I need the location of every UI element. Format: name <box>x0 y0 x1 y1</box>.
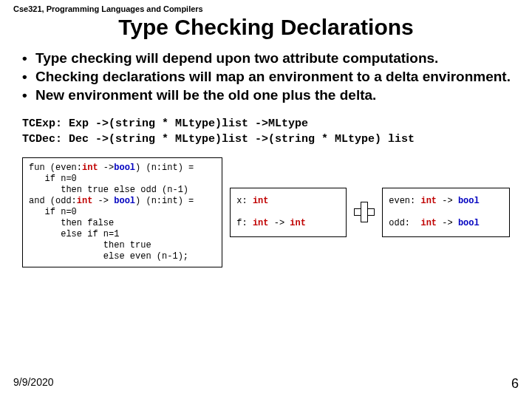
code-text: fun (even: <box>29 163 82 173</box>
sig-line: TCDec: Dec ->(string * MLtype)list ->(st… <box>22 133 415 146</box>
bullet-item: New environment will be the old one plus… <box>22 87 519 104</box>
code-box-delta: even: int -> bool odd: int -> bool <box>382 188 510 237</box>
code-text: ) (n:int) = <box>135 163 194 173</box>
code-text: -> <box>98 163 115 173</box>
code-text: -> <box>437 218 458 228</box>
code-box-env: x: int f: int -> int <box>230 188 347 237</box>
sig-line: TCExp: Exp ->(string * MLtype)list ->MLt… <box>22 117 308 130</box>
code-box-definition: fun (even:int ->bool) (n:int) = if n=0 t… <box>22 157 222 267</box>
example-row: fun (even:int ->bool) (n:int) = if n=0 t… <box>22 157 510 267</box>
code-text: -> <box>269 218 290 228</box>
type-keyword: bool <box>458 218 480 228</box>
code-text: then true <box>29 240 151 250</box>
code-text: even: <box>389 196 420 206</box>
slide-footer: 9/9/2020 6 <box>13 376 519 392</box>
code-text: if n=0 <box>29 174 77 184</box>
course-header: Cse321, Programming Languages and Compil… <box>13 4 519 13</box>
code-text: -> <box>92 196 114 206</box>
slide: Cse321, Programming Languages and Compil… <box>0 0 532 399</box>
type-keyword: bool <box>114 163 135 173</box>
code-text: else even (n-1); <box>29 251 188 262</box>
code-text: x: <box>236 196 253 206</box>
code-text: then false <box>29 218 114 228</box>
type-keyword: bool <box>458 196 480 206</box>
type-keyword: int <box>290 218 306 228</box>
code-text: and (odd: <box>29 196 77 206</box>
type-signatures: TCExp: Exp ->(string * MLtype)list ->MLt… <box>22 117 519 147</box>
code-text: f: <box>236 218 253 228</box>
type-keyword: int <box>420 218 437 228</box>
type-keyword: int <box>420 196 437 206</box>
slide-title: Type Checking Declarations <box>13 15 519 40</box>
code-text: then true else odd (n-1) <box>29 185 188 195</box>
code-text: ) (n:int) = <box>135 196 194 206</box>
bullet-list: Type checking will depend upon two attri… <box>22 50 519 103</box>
type-keyword: int <box>253 196 269 206</box>
code-text: else if n=1 <box>29 229 119 239</box>
type-keyword: bool <box>114 196 135 206</box>
plus-icon <box>354 202 375 222</box>
code-text: odd: <box>389 218 420 228</box>
type-keyword: int <box>82 163 98 173</box>
type-keyword: int <box>253 218 269 228</box>
code-text: if n=0 <box>29 207 77 217</box>
type-keyword: int <box>77 196 93 206</box>
code-text: -> <box>437 196 458 206</box>
footer-page-number: 6 <box>511 376 519 392</box>
bullet-item: Type checking will depend upon two attri… <box>22 50 519 67</box>
footer-date: 9/9/2020 <box>13 376 54 392</box>
bullet-item: Checking declarations will map an enviro… <box>22 69 519 86</box>
